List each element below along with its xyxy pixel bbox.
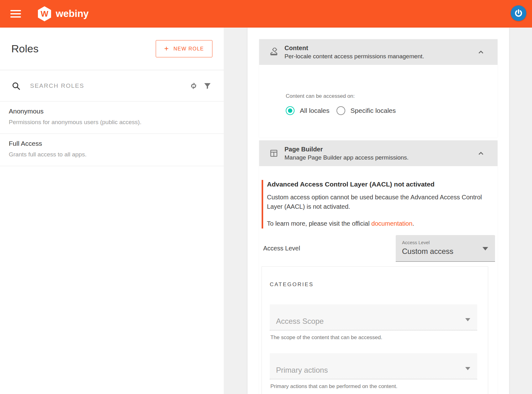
role-list-item-anonymous[interactable]: Anonymous Permissions for anonymous user… [0, 102, 224, 134]
primary-actions-helper-text: Primary actions that can be performed on… [270, 383, 477, 390]
hamburger-menu-icon[interactable] [10, 10, 21, 18]
refresh-icon [189, 81, 199, 91]
radio-all-locales-label[interactable]: All locales [300, 107, 330, 114]
content-section-subtitle: Per-locale content access permissions ma… [284, 53, 477, 60]
page-background [509, 28, 532, 394]
access-scope-placeholder: Access Scope [276, 317, 471, 326]
ballot-content-icon [269, 48, 278, 56]
radio-specific-locales[interactable] [336, 106, 345, 115]
primary-actions-select[interactable]: Primary actions [270, 353, 477, 379]
webiny-logo: W webiny [37, 6, 89, 22]
role-list-item-full-access[interactable]: Full Access Grants full access to all ap… [0, 134, 224, 166]
new-role-button[interactable]: + NEW ROLE [156, 40, 212, 57]
roles-list-panel: Roles + NEW ROLE SEARCH ROLES Anonymous … [0, 28, 224, 394]
content-section-body: Content can be accessed on: All locales … [259, 65, 498, 138]
dropdown-arrow-icon [482, 247, 488, 250]
search-roles-input[interactable]: SEARCH ROLES [30, 82, 187, 89]
svg-text:W: W [41, 9, 49, 18]
top-app-bar: W webiny [0, 0, 532, 28]
page-builder-section-subtitle: Manage Page Builder app access permissio… [284, 154, 477, 161]
chevron-up-icon[interactable] [477, 48, 485, 56]
search-icon [11, 81, 21, 91]
access-scope-select[interactable]: Access Scope [270, 304, 477, 330]
aacl-warning-title: Advanced Access Control Layer (AACL) not… [267, 181, 495, 188]
access-level-label: Access Level [263, 245, 300, 252]
access-level-row: Access Level Access Level Custom access [262, 235, 495, 262]
filter-button[interactable] [201, 79, 214, 93]
locales-radio-group: All locales Specific locales [286, 106, 471, 115]
roles-list-header: Roles + NEW ROLE [0, 28, 224, 70]
primary-actions-placeholder: Primary actions [276, 366, 471, 375]
access-level-select[interactable]: Access Level Custom access [396, 235, 495, 262]
page-builder-section-header[interactable]: Page Builder Manage Page Builder app acc… [259, 140, 498, 166]
access-scope-helper-text: The scope of the content that can be acc… [270, 334, 477, 341]
content-section-title: Content [284, 45, 477, 52]
categories-card: CATEGORIES Access Scope The scope of the… [262, 266, 488, 394]
search-bar: SEARCH ROLES [0, 70, 224, 102]
categories-heading: CATEGORIES [270, 281, 477, 288]
content-section: Content Per-locale content access permis… [259, 39, 498, 138]
radio-specific-locales-label[interactable]: Specific locales [351, 107, 396, 114]
page-builder-section-body: Advanced Access Control Layer (AACL) not… [259, 166, 498, 394]
locales-question-label: Content can be accessed on: [286, 93, 471, 99]
dropdown-arrow-icon [465, 367, 470, 370]
dropdown-arrow-icon [465, 318, 470, 321]
role-description: Grants full access to all apps. [9, 151, 215, 158]
learn-more-suffix: . [412, 220, 414, 227]
role-details-panel: Content Per-locale content access permis… [248, 28, 509, 394]
learn-more-prefix: To learn more, please visit the official [267, 220, 371, 227]
access-level-select-label: Access Level [402, 240, 489, 245]
role-name: Full Access [9, 140, 215, 147]
user-avatar[interactable] [511, 5, 526, 21]
aacl-warning-learn-more: To learn more, please visit the official… [267, 220, 495, 227]
refresh-button[interactable] [187, 79, 201, 93]
documentation-link[interactable]: documentation [371, 220, 412, 227]
filter-icon [203, 81, 212, 91]
aacl-warning: Advanced Access Control Layer (AACL) not… [262, 180, 495, 229]
aacl-warning-body: Custom access option cannot be used beca… [267, 192, 483, 211]
new-role-button-label: NEW ROLE [174, 46, 204, 52]
role-description: Permissions for anonymous users (public … [9, 119, 215, 126]
chevron-up-icon[interactable] [477, 149, 485, 157]
access-level-select-value: Custom access [402, 247, 489, 256]
panel-divider [224, 28, 248, 394]
page-builder-section-title: Page Builder [284, 146, 477, 153]
webiny-hexagon-icon: W [37, 6, 52, 22]
plus-icon: + [164, 44, 169, 53]
radio-all-locales[interactable] [286, 106, 295, 115]
content-section-header[interactable]: Content Per-locale content access permis… [259, 39, 498, 65]
table-chart-icon [269, 149, 278, 158]
brand-name: webiny [56, 8, 89, 19]
page-builder-section: Page Builder Manage Page Builder app acc… [259, 140, 498, 394]
role-name: Anonymous [9, 108, 215, 115]
power-avatar-icon [514, 8, 523, 18]
page-title: Roles [11, 43, 39, 55]
